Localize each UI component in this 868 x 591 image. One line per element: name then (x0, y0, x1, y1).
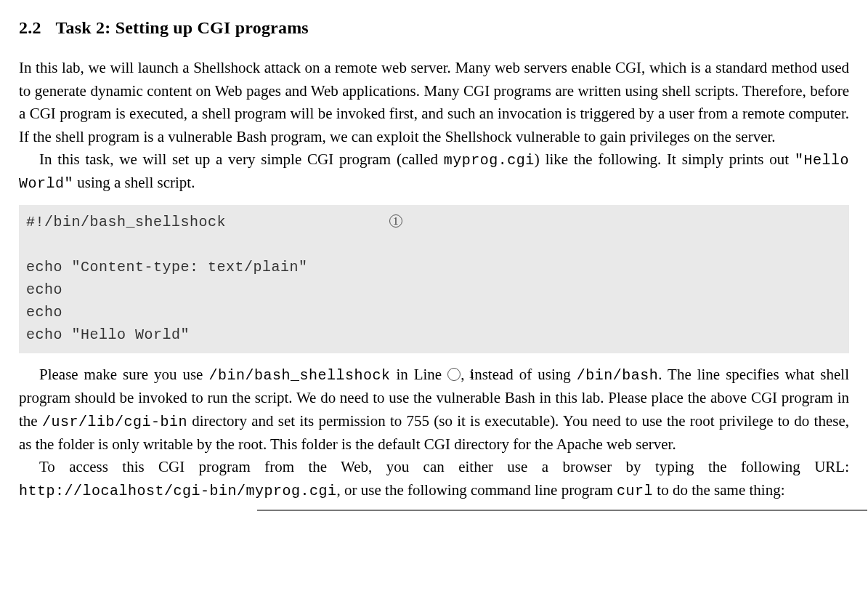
line-marker-icon: 1 (447, 368, 461, 381)
line-marker-icon: 1 (389, 214, 402, 228)
paragraph-3: Please make sure you use /bin/bash_shell… (19, 363, 849, 456)
inline-code-path: /bin/bash (577, 367, 659, 384)
inline-code-curl: curl (617, 483, 653, 499)
text: ) like the following. It simply prints o… (535, 150, 795, 168)
code-line-6: echo "Hello World" (26, 326, 190, 343)
code-line-3: echo "Content-type: text/plain" (26, 259, 308, 276)
paragraph-1: In this lab, we will launch a Shellshock… (19, 57, 849, 148)
inline-code-path: /bin/bash_shellshock (208, 367, 390, 384)
inline-code-path: /usr/lib/cgi-bin (42, 414, 187, 430)
text: To access this CGI program from the Web,… (39, 458, 849, 475)
text: to do the same thing: (653, 481, 784, 499)
footer-divider (257, 510, 867, 511)
section-title: Task 2: Setting up CGI programs (56, 18, 309, 37)
paragraph-4: To access this CGI program from the Web,… (19, 456, 849, 502)
paragraph-2: In this task, we will set up a very simp… (19, 148, 849, 195)
text: Please make sure you use (39, 366, 208, 383)
text: In this task, we will set up a very simp… (39, 150, 444, 168)
inline-code-url: http://localhost/cgi-bin/myprog.cgi (19, 483, 337, 499)
text: in Line (390, 366, 447, 383)
code-line-1: #!/bin/bash_shellshock (26, 214, 226, 230)
code-line-4: echo (26, 281, 62, 298)
inline-code-filename: myprog.cgi (444, 152, 535, 169)
text: using a shell script. (73, 174, 195, 191)
section-number: 2.2 (19, 18, 41, 37)
section-heading: 2.2Task 2: Setting up CGI programs (19, 15, 849, 41)
text: , instead of using (461, 366, 577, 383)
document-page: 2.2Task 2: Setting up CGI programs In th… (0, 0, 868, 505)
text: , or use the following command line prog… (337, 481, 617, 499)
code-line-5: echo (26, 304, 62, 321)
code-block: #!/bin/bash_shellshock 1 echo "Content-t… (19, 205, 849, 353)
